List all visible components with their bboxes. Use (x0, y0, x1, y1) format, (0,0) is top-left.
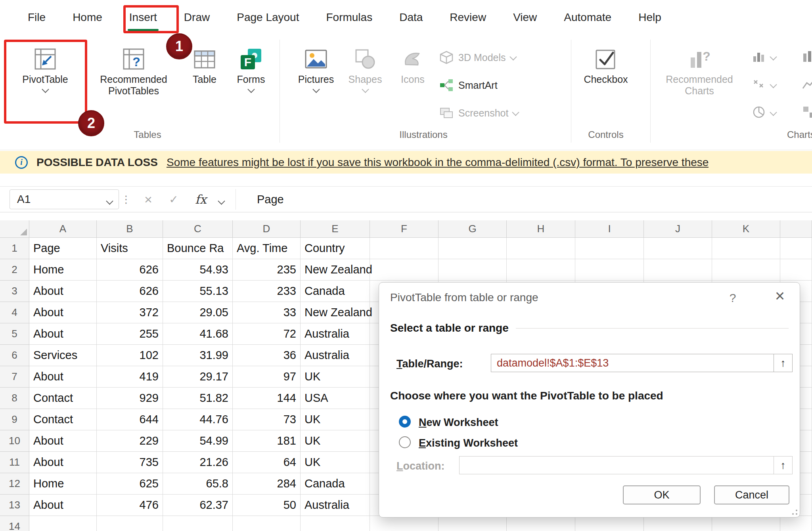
cell-C1[interactable]: Bounce Ra (163, 238, 233, 259)
cell-D7[interactable]: 97 (233, 366, 301, 388)
clipped-chart-button[interactable] (802, 48, 812, 67)
scatter-chart-button[interactable] (752, 76, 776, 94)
cell-I14[interactable] (575, 516, 644, 531)
cell-E7[interactable]: UK (301, 366, 370, 388)
menu-tab-view[interactable]: View (500, 0, 550, 35)
cell-D1[interactable]: Avg. Time (233, 238, 301, 259)
cell-C9[interactable]: 44.76 (163, 409, 233, 430)
cell-J2[interactable] (644, 259, 712, 281)
radio-existing-worksheet[interactable] (399, 436, 411, 448)
row-header-14[interactable]: 14 (0, 516, 29, 531)
cell-J1[interactable] (644, 238, 712, 259)
cell-A6[interactable]: Services (29, 345, 97, 366)
cell-C12[interactable]: 65.8 (163, 473, 233, 495)
cell-D3[interactable]: 233 (233, 281, 301, 302)
row-header-6[interactable]: 6 (0, 345, 29, 366)
cell-C11[interactable]: 21.26 (163, 452, 233, 473)
cell-H14[interactable] (507, 516, 575, 531)
collapse-dialog-icon[interactable] (774, 354, 792, 372)
menu-tab-help[interactable]: Help (625, 0, 675, 35)
cell-E8[interactable]: USA (301, 388, 370, 409)
cell-F1[interactable] (370, 238, 439, 259)
cell-B13[interactable]: 476 (97, 495, 163, 516)
cell-E1[interactable]: Country (301, 238, 370, 259)
cell-F14[interactable] (370, 516, 439, 531)
cell-D8[interactable]: 144 (233, 388, 301, 409)
cell-D6[interactable]: 36 (233, 345, 301, 366)
column-header-F[interactable]: F (370, 220, 439, 238)
row-header-8[interactable]: 8 (0, 388, 29, 409)
3d-models-button[interactable]: 3D Models (439, 48, 516, 67)
cell-E5[interactable]: Australia (301, 323, 370, 345)
close-icon[interactable]: × (770, 287, 789, 306)
cell-D4[interactable]: 33 (233, 302, 301, 323)
column-header-D[interactable]: D (233, 220, 301, 238)
column-header-B[interactable]: B (97, 220, 163, 238)
recommended-pivottables-button[interactable]: ? Recommended PivotTables (96, 46, 171, 97)
cell-E6[interactable]: Australia (301, 345, 370, 366)
ok-button[interactable]: OK (623, 485, 701, 504)
cell-B6[interactable]: 102 (97, 345, 163, 366)
cell-D12[interactable]: 284 (233, 473, 301, 495)
row-header-12[interactable]: 12 (0, 473, 29, 495)
table-range-input[interactable]: datamodel!$A$1:$E$13 (491, 354, 793, 372)
smartart-button[interactable]: SmartArt (439, 76, 498, 94)
cell-A1[interactable]: Page (29, 238, 97, 259)
cell-B3[interactable]: 626 (97, 281, 163, 302)
cell-H1[interactable] (507, 238, 575, 259)
cell-H2[interactable] (507, 259, 575, 281)
cell-D13[interactable]: 50 (233, 495, 301, 516)
row-header-2[interactable]: 2 (0, 259, 29, 281)
menu-tab-review[interactable]: Review (436, 0, 500, 35)
icons-button[interactable]: Icons (391, 46, 435, 85)
checkbox-button[interactable]: Checkbox (576, 46, 636, 85)
cell-J14[interactable] (644, 516, 712, 531)
row-header-7[interactable]: 7 (0, 366, 29, 388)
cell-C5[interactable]: 41.68 (163, 323, 233, 345)
radio-new-worksheet[interactable] (399, 416, 411, 428)
collapse-dialog-icon[interactable] (774, 457, 792, 474)
cell-I2[interactable] (575, 259, 644, 281)
cell-D2[interactable]: 235 (233, 259, 301, 281)
menu-tab-page-layout[interactable]: Page Layout (223, 0, 312, 35)
cancel-entry-icon[interactable] (140, 187, 157, 212)
location-input[interactable] (459, 456, 793, 474)
column-chart-button[interactable] (752, 48, 776, 67)
cell-B7[interactable]: 419 (97, 366, 163, 388)
cell-E9[interactable]: UK (301, 409, 370, 430)
forms-button[interactable]: F Forms (229, 46, 273, 92)
cell-C3[interactable]: 55.13 (163, 281, 233, 302)
cell-C8[interactable]: 51.82 (163, 388, 233, 409)
cell-C13[interactable]: 62.37 (163, 495, 233, 516)
chevron-down-icon[interactable] (218, 197, 225, 204)
cell-D11[interactable]: 64 (233, 452, 301, 473)
cell-A9[interactable]: Contact (29, 409, 97, 430)
cell-B14[interactable] (97, 516, 163, 531)
column-header-E[interactable]: E (301, 220, 370, 238)
cell-E10[interactable]: UK (301, 430, 370, 452)
cell-A13[interactable]: About (29, 495, 97, 516)
menu-tab-file[interactable]: File (14, 0, 59, 35)
insert-function-icon[interactable]: fx (195, 187, 207, 212)
cell-B9[interactable]: 644 (97, 409, 163, 430)
clipped-chart-button[interactable] (802, 104, 812, 122)
cell-C10[interactable]: 54.99 (163, 430, 233, 452)
confirm-entry-icon[interactable] (165, 187, 182, 212)
help-icon[interactable]: ? (725, 291, 741, 305)
cell-B5[interactable]: 255 (97, 323, 163, 345)
menu-tab-formulas[interactable]: Formulas (312, 0, 386, 35)
warning-message-link[interactable]: Some features might be lost if you save … (167, 156, 709, 169)
cell-D9[interactable]: 73 (233, 409, 301, 430)
cell-A11[interactable]: About (29, 452, 97, 473)
cell-G2[interactable] (439, 259, 507, 281)
cell-K1[interactable] (712, 238, 780, 259)
clipped-chart-button[interactable] (802, 76, 812, 94)
cell-B1[interactable]: Visits (97, 238, 163, 259)
cell-B4[interactable]: 372 (97, 302, 163, 323)
cell-E14[interactable] (301, 516, 370, 531)
column-header-J[interactable]: J (644, 220, 712, 238)
cell-G14[interactable] (439, 516, 507, 531)
screenshot-button[interactable]: Screenshot (439, 104, 518, 122)
cell-I1[interactable] (575, 238, 644, 259)
row-header-11[interactable]: 11 (0, 452, 29, 473)
